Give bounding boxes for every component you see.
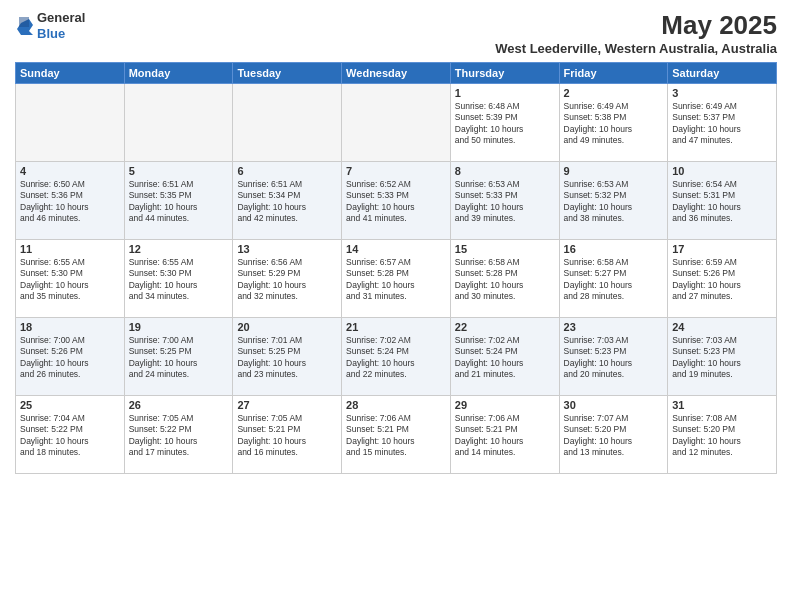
day-number: 2	[564, 87, 664, 99]
weekday-header: Saturday	[668, 63, 777, 84]
day-info: Sunrise: 6:52 AMSunset: 5:33 PMDaylight:…	[346, 179, 446, 225]
day-info: Sunrise: 7:03 AMSunset: 5:23 PMDaylight:…	[564, 335, 664, 381]
calendar-cell: 20Sunrise: 7:01 AMSunset: 5:25 PMDayligh…	[233, 318, 342, 396]
day-info: Sunrise: 7:04 AMSunset: 5:22 PMDaylight:…	[20, 413, 120, 459]
day-number: 13	[237, 243, 337, 255]
day-info: Sunrise: 7:00 AMSunset: 5:25 PMDaylight:…	[129, 335, 229, 381]
calendar-week-row: 18Sunrise: 7:00 AMSunset: 5:26 PMDayligh…	[16, 318, 777, 396]
calendar-cell: 12Sunrise: 6:55 AMSunset: 5:30 PMDayligh…	[124, 240, 233, 318]
logo-general: General	[37, 10, 85, 25]
day-number: 16	[564, 243, 664, 255]
page: General Blue May 2025 West Leederville, …	[0, 0, 792, 612]
calendar-cell: 31Sunrise: 7:08 AMSunset: 5:20 PMDayligh…	[668, 396, 777, 474]
day-number: 3	[672, 87, 772, 99]
day-number: 5	[129, 165, 229, 177]
day-number: 27	[237, 399, 337, 411]
day-number: 12	[129, 243, 229, 255]
calendar-cell	[233, 84, 342, 162]
calendar-cell: 9Sunrise: 6:53 AMSunset: 5:32 PMDaylight…	[559, 162, 668, 240]
calendar-cell: 10Sunrise: 6:54 AMSunset: 5:31 PMDayligh…	[668, 162, 777, 240]
day-info: Sunrise: 6:51 AMSunset: 5:35 PMDaylight:…	[129, 179, 229, 225]
day-number: 10	[672, 165, 772, 177]
day-info: Sunrise: 6:51 AMSunset: 5:34 PMDaylight:…	[237, 179, 337, 225]
day-info: Sunrise: 6:55 AMSunset: 5:30 PMDaylight:…	[20, 257, 120, 303]
day-number: 9	[564, 165, 664, 177]
calendar-cell: 2Sunrise: 6:49 AMSunset: 5:38 PMDaylight…	[559, 84, 668, 162]
calendar-cell	[16, 84, 125, 162]
calendar-cell: 16Sunrise: 6:58 AMSunset: 5:27 PMDayligh…	[559, 240, 668, 318]
calendar-week-row: 25Sunrise: 7:04 AMSunset: 5:22 PMDayligh…	[16, 396, 777, 474]
calendar-cell: 26Sunrise: 7:05 AMSunset: 5:22 PMDayligh…	[124, 396, 233, 474]
calendar-cell	[342, 84, 451, 162]
day-number: 18	[20, 321, 120, 333]
day-info: Sunrise: 6:54 AMSunset: 5:31 PMDaylight:…	[672, 179, 772, 225]
calendar-cell: 17Sunrise: 6:59 AMSunset: 5:26 PMDayligh…	[668, 240, 777, 318]
day-info: Sunrise: 7:05 AMSunset: 5:22 PMDaylight:…	[129, 413, 229, 459]
day-info: Sunrise: 7:05 AMSunset: 5:21 PMDaylight:…	[237, 413, 337, 459]
weekday-header: Monday	[124, 63, 233, 84]
calendar-cell: 25Sunrise: 7:04 AMSunset: 5:22 PMDayligh…	[16, 396, 125, 474]
calendar-cell: 6Sunrise: 6:51 AMSunset: 5:34 PMDaylight…	[233, 162, 342, 240]
day-info: Sunrise: 6:58 AMSunset: 5:28 PMDaylight:…	[455, 257, 555, 303]
day-info: Sunrise: 6:55 AMSunset: 5:30 PMDaylight:…	[129, 257, 229, 303]
header-row: SundayMondayTuesdayWednesdayThursdayFrid…	[16, 63, 777, 84]
day-info: Sunrise: 7:06 AMSunset: 5:21 PMDaylight:…	[455, 413, 555, 459]
calendar-cell: 15Sunrise: 6:58 AMSunset: 5:28 PMDayligh…	[450, 240, 559, 318]
day-info: Sunrise: 7:07 AMSunset: 5:20 PMDaylight:…	[564, 413, 664, 459]
calendar-cell: 21Sunrise: 7:02 AMSunset: 5:24 PMDayligh…	[342, 318, 451, 396]
calendar-week-row: 1Sunrise: 6:48 AMSunset: 5:39 PMDaylight…	[16, 84, 777, 162]
day-number: 31	[672, 399, 772, 411]
day-info: Sunrise: 6:56 AMSunset: 5:29 PMDaylight:…	[237, 257, 337, 303]
day-info: Sunrise: 7:08 AMSunset: 5:20 PMDaylight:…	[672, 413, 772, 459]
weekday-header: Tuesday	[233, 63, 342, 84]
day-number: 25	[20, 399, 120, 411]
weekday-header: Sunday	[16, 63, 125, 84]
day-info: Sunrise: 6:58 AMSunset: 5:27 PMDaylight:…	[564, 257, 664, 303]
calendar-cell: 23Sunrise: 7:03 AMSunset: 5:23 PMDayligh…	[559, 318, 668, 396]
day-number: 6	[237, 165, 337, 177]
day-number: 30	[564, 399, 664, 411]
logo-icon	[15, 17, 33, 35]
calendar-cell: 8Sunrise: 6:53 AMSunset: 5:33 PMDaylight…	[450, 162, 559, 240]
calendar-cell: 14Sunrise: 6:57 AMSunset: 5:28 PMDayligh…	[342, 240, 451, 318]
calendar-cell: 29Sunrise: 7:06 AMSunset: 5:21 PMDayligh…	[450, 396, 559, 474]
day-number: 26	[129, 399, 229, 411]
day-number: 17	[672, 243, 772, 255]
day-number: 14	[346, 243, 446, 255]
day-number: 1	[455, 87, 555, 99]
day-number: 23	[564, 321, 664, 333]
day-number: 4	[20, 165, 120, 177]
day-info: Sunrise: 6:57 AMSunset: 5:28 PMDaylight:…	[346, 257, 446, 303]
day-info: Sunrise: 7:06 AMSunset: 5:21 PMDaylight:…	[346, 413, 446, 459]
subtitle: West Leederville, Western Australia, Aus…	[495, 41, 777, 56]
svg-marker-1	[19, 17, 29, 27]
logo: General Blue	[15, 10, 85, 41]
calendar-cell: 1Sunrise: 6:48 AMSunset: 5:39 PMDaylight…	[450, 84, 559, 162]
calendar-cell: 4Sunrise: 6:50 AMSunset: 5:36 PMDaylight…	[16, 162, 125, 240]
calendar-cell: 30Sunrise: 7:07 AMSunset: 5:20 PMDayligh…	[559, 396, 668, 474]
calendar-cell: 13Sunrise: 6:56 AMSunset: 5:29 PMDayligh…	[233, 240, 342, 318]
calendar-cell: 7Sunrise: 6:52 AMSunset: 5:33 PMDaylight…	[342, 162, 451, 240]
month-title: May 2025	[495, 10, 777, 41]
day-info: Sunrise: 6:50 AMSunset: 5:36 PMDaylight:…	[20, 179, 120, 225]
day-info: Sunrise: 6:53 AMSunset: 5:32 PMDaylight:…	[564, 179, 664, 225]
calendar-cell: 24Sunrise: 7:03 AMSunset: 5:23 PMDayligh…	[668, 318, 777, 396]
day-number: 22	[455, 321, 555, 333]
day-number: 28	[346, 399, 446, 411]
calendar-week-row: 4Sunrise: 6:50 AMSunset: 5:36 PMDaylight…	[16, 162, 777, 240]
calendar-cell: 22Sunrise: 7:02 AMSunset: 5:24 PMDayligh…	[450, 318, 559, 396]
day-number: 29	[455, 399, 555, 411]
calendar-week-row: 11Sunrise: 6:55 AMSunset: 5:30 PMDayligh…	[16, 240, 777, 318]
day-info: Sunrise: 6:49 AMSunset: 5:38 PMDaylight:…	[564, 101, 664, 147]
calendar-cell: 3Sunrise: 6:49 AMSunset: 5:37 PMDaylight…	[668, 84, 777, 162]
day-number: 11	[20, 243, 120, 255]
calendar-table: SundayMondayTuesdayWednesdayThursdayFrid…	[15, 62, 777, 474]
day-number: 15	[455, 243, 555, 255]
logo-blue: Blue	[37, 26, 65, 41]
day-info: Sunrise: 6:48 AMSunset: 5:39 PMDaylight:…	[455, 101, 555, 147]
day-number: 20	[237, 321, 337, 333]
day-info: Sunrise: 6:49 AMSunset: 5:37 PMDaylight:…	[672, 101, 772, 147]
weekday-header: Friday	[559, 63, 668, 84]
calendar-cell: 27Sunrise: 7:05 AMSunset: 5:21 PMDayligh…	[233, 396, 342, 474]
day-info: Sunrise: 7:02 AMSunset: 5:24 PMDaylight:…	[455, 335, 555, 381]
